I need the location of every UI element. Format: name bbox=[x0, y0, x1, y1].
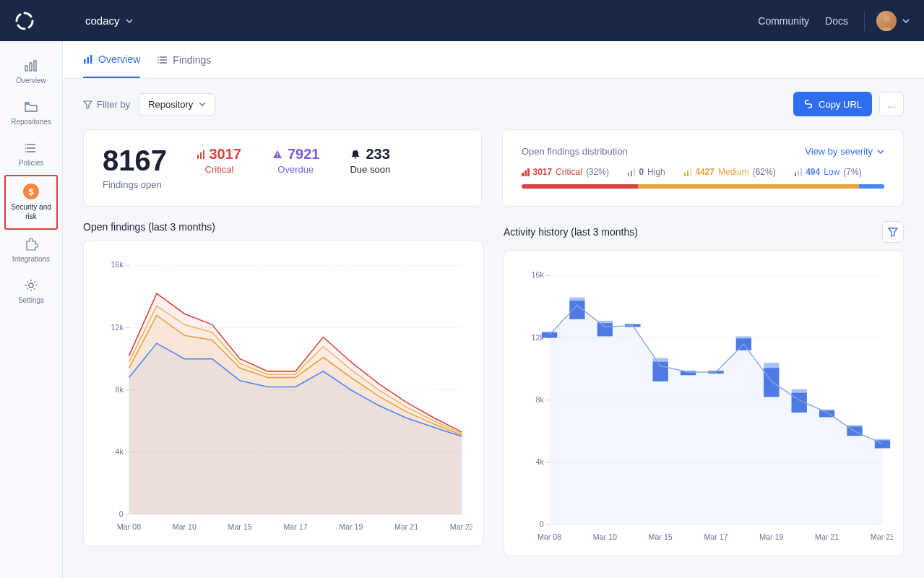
sidebar-label: Settings bbox=[18, 296, 44, 305]
bell-icon bbox=[350, 149, 361, 160]
svg-text:Mar 10: Mar 10 bbox=[173, 522, 197, 531]
svg-rect-2 bbox=[30, 63, 32, 71]
svg-rect-64 bbox=[597, 323, 613, 336]
chart-activity-history: 04k8k12k16kMar 08Mar 10Mar 15Mar 17Mar 1… bbox=[504, 250, 904, 556]
repository-select[interactable]: Repository bbox=[139, 93, 215, 116]
legend-high: 0 High bbox=[628, 167, 665, 177]
svg-rect-76 bbox=[764, 368, 779, 397]
more-button[interactable]: ... bbox=[879, 92, 904, 116]
svg-point-19 bbox=[158, 62, 160, 64]
copy-url-button[interactable]: Copy URL bbox=[793, 92, 872, 116]
svg-point-7 bbox=[25, 144, 26, 145]
tabs: Overview Findings bbox=[63, 41, 924, 79]
view-by-select[interactable]: View by severity bbox=[805, 146, 884, 157]
svg-rect-1 bbox=[25, 66, 27, 71]
svg-point-9 bbox=[25, 151, 26, 152]
docs-link[interactable]: Docs bbox=[825, 15, 848, 27]
main-content: Overview Findings Filter by Repository C… bbox=[63, 41, 924, 578]
folder-icon bbox=[24, 100, 38, 114]
svg-rect-60 bbox=[542, 332, 557, 337]
svg-rect-11 bbox=[84, 59, 86, 64]
user-menu[interactable] bbox=[864, 11, 910, 31]
tab-findings[interactable]: Findings bbox=[157, 43, 211, 77]
filter-icon bbox=[83, 100, 92, 109]
chart-filter-button[interactable] bbox=[882, 221, 904, 243]
sidebar-item-security[interactable]: $ Security and risk bbox=[4, 175, 58, 230]
svg-rect-75 bbox=[764, 363, 779, 368]
avatar bbox=[876, 11, 897, 31]
severity-critical-icon bbox=[522, 168, 530, 176]
svg-text:Mar 10: Mar 10 bbox=[593, 532, 617, 541]
org-name-label: codacy bbox=[85, 14, 120, 27]
filter-icon bbox=[888, 227, 898, 237]
severity-low-icon bbox=[795, 168, 803, 176]
sidebar-item-integrations[interactable]: Integrations bbox=[0, 230, 62, 271]
sidebar-item-repositories[interactable]: Repositories bbox=[0, 92, 62, 134]
svg-rect-77 bbox=[792, 389, 807, 393]
svg-text:Mar 08: Mar 08 bbox=[537, 532, 561, 541]
legend-medium: 4427 Medium (62%) bbox=[684, 167, 776, 177]
tab-label: Overview bbox=[98, 53, 140, 65]
stats-panel: 8167 Findings open 3017 Critical 7921 Ov bbox=[83, 129, 482, 207]
ellipsis-icon: ... bbox=[887, 99, 895, 110]
svg-point-8 bbox=[25, 147, 26, 149]
svg-text:8k: 8k bbox=[535, 395, 544, 404]
toolbar: Filter by Repository Copy URL ... bbox=[63, 79, 924, 129]
svg-text:16k: 16k bbox=[111, 260, 124, 269]
svg-rect-68 bbox=[652, 361, 668, 381]
link-icon bbox=[803, 99, 813, 109]
sidebar: Overview Repositories Policies $ Securit… bbox=[0, 41, 63, 578]
svg-text:8k: 8k bbox=[115, 385, 124, 394]
chart-open-title: Open findings (last 3 months) bbox=[83, 221, 215, 233]
svg-text:Mar 08: Mar 08 bbox=[117, 522, 141, 531]
shield-dollar-icon: $ bbox=[23, 184, 39, 199]
chevron-down-icon bbox=[877, 148, 884, 155]
svg-text:0: 0 bbox=[119, 509, 124, 518]
chevron-down-icon bbox=[902, 17, 910, 25]
org-switcher[interactable]: codacy bbox=[85, 14, 133, 27]
top-bar: codacy Community Docs bbox=[0, 0, 924, 41]
sidebar-label: Repositories bbox=[11, 117, 51, 126]
chevron-down-icon bbox=[199, 100, 206, 108]
warning-icon bbox=[272, 149, 283, 160]
svg-text:Mar 17: Mar 17 bbox=[704, 532, 727, 541]
dist-seg-critical bbox=[522, 184, 638, 189]
legend-critical: 3017 Critical (32%) bbox=[522, 167, 609, 177]
severity-critical-icon bbox=[197, 150, 205, 159]
sidebar-label: Policies bbox=[19, 158, 43, 168]
severity-medium-icon bbox=[684, 168, 692, 176]
tab-label: Findings bbox=[173, 54, 211, 66]
svg-rect-12 bbox=[87, 57, 90, 64]
svg-text:4k: 4k bbox=[535, 457, 544, 466]
svg-text:16k: 16k bbox=[532, 270, 545, 279]
logo-group bbox=[14, 11, 35, 31]
community-link[interactable]: Community bbox=[758, 15, 809, 27]
svg-text:0: 0 bbox=[540, 519, 544, 528]
distribution-legend: 3017 Critical (32%) 0 High 4427 Medium (… bbox=[522, 167, 884, 177]
puzzle-icon bbox=[24, 237, 38, 251]
chart-activity-title: Activity history (last 3 months) bbox=[504, 226, 638, 238]
sidebar-item-settings[interactable]: Settings bbox=[0, 271, 62, 312]
svg-text:Mar 19: Mar 19 bbox=[339, 522, 363, 531]
sidebar-label: Security and risk bbox=[9, 202, 53, 221]
codacy-logo-icon bbox=[14, 11, 35, 31]
sidebar-item-overview[interactable]: Overview bbox=[0, 51, 62, 92]
svg-rect-61 bbox=[569, 298, 584, 301]
stat-findings-open: 8167 Findings open bbox=[103, 146, 167, 190]
distribution-title: Open findings distribution bbox=[522, 146, 628, 157]
topbar-right: Community Docs bbox=[758, 11, 910, 31]
bars-icon bbox=[83, 54, 93, 64]
legend-low: 494 Low (7%) bbox=[795, 167, 862, 177]
distribution-panel: Open findings distribution View by sever… bbox=[502, 129, 904, 207]
svg-text:Mar 23: Mar 23 bbox=[450, 522, 472, 531]
svg-point-10 bbox=[29, 283, 33, 288]
gear-icon bbox=[24, 278, 38, 293]
list-icon bbox=[157, 55, 168, 65]
sidebar-item-policies[interactable]: Policies bbox=[0, 134, 62, 175]
svg-text:4k: 4k bbox=[115, 447, 124, 456]
sidebar-label: Overview bbox=[16, 76, 46, 85]
tab-overview[interactable]: Overview bbox=[83, 42, 140, 78]
svg-point-0 bbox=[883, 15, 890, 22]
svg-text:Mar 23: Mar 23 bbox=[871, 532, 893, 541]
svg-text:12k: 12k bbox=[111, 323, 124, 332]
